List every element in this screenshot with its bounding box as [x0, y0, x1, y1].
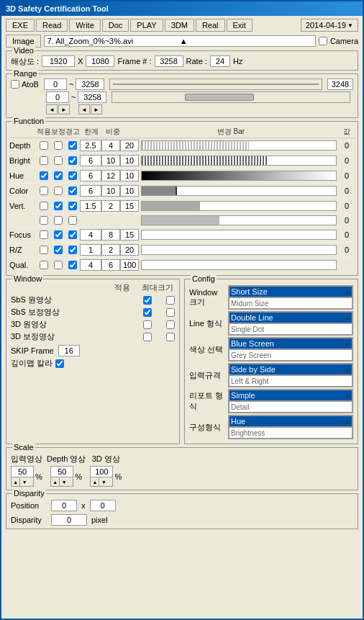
range-from2[interactable]: 0	[46, 91, 69, 103]
depth-val2[interactable]	[101, 140, 120, 151]
scale-input-down[interactable]: ▼	[20, 477, 29, 486]
focus-check2[interactable]	[54, 230, 63, 239]
focus-check3[interactable]	[68, 230, 77, 239]
bright-check2[interactable]	[54, 156, 63, 165]
hue-val3[interactable]	[120, 170, 139, 181]
nav-right-arrow2[interactable]: ►	[91, 104, 102, 114]
config-input-select[interactable]: Side by Side ▲ Left & Right	[228, 363, 353, 387]
win-3d1-check1[interactable]	[143, 320, 152, 329]
range-to2[interactable]: 3258	[78, 91, 106, 103]
win-sbs1-check2[interactable]	[166, 296, 175, 305]
config-struct-select[interactable]: Hue ▲ Brightness	[228, 415, 353, 439]
color-val1[interactable]	[80, 185, 101, 197]
config-report-active[interactable]: Simple ▲	[229, 390, 352, 401]
vert-bar1[interactable]	[141, 201, 337, 211]
hue-check1[interactable]	[40, 171, 48, 180]
vert2-check1[interactable]	[40, 216, 48, 225]
rz-check2[interactable]	[54, 246, 63, 254]
vert-val1[interactable]	[80, 200, 101, 212]
height-input[interactable]: 1080	[86, 55, 114, 67]
win-3d2-check1[interactable]	[143, 333, 152, 341]
color-check3[interactable]	[68, 187, 77, 195]
scale-depth-spinner[interactable]: 50 ▲ ▼	[50, 466, 73, 487]
color-check2[interactable]	[54, 187, 63, 195]
win-sbs2-check1[interactable]	[143, 308, 152, 317]
vert-bar2[interactable]	[141, 215, 337, 225]
bright-val2[interactable]	[101, 155, 120, 166]
config-window-inactive[interactable]: Midum Size	[229, 297, 352, 309]
play-button[interactable]: PLAY	[130, 19, 163, 32]
date-button[interactable]: 2014-04-19 ▼	[301, 19, 358, 32]
write-button[interactable]: Write	[69, 19, 100, 32]
config-line-inactive[interactable]: Single Dot	[229, 323, 352, 335]
depth-bar[interactable]	[141, 140, 337, 150]
config-window-select[interactable]: Short Size ▲ Midum Size	[228, 285, 353, 310]
qual-check1[interactable]	[40, 261, 48, 269]
skip-input[interactable]: 16	[58, 345, 80, 356]
nav-left-arrow2[interactable]: ◄	[78, 104, 90, 114]
doc-button[interactable]: Doc	[102, 19, 129, 32]
position-y-input[interactable]: 0	[90, 500, 116, 511]
frame-input[interactable]: 3258	[155, 55, 183, 67]
exit-button[interactable]: Exit	[227, 19, 252, 32]
bright-bar[interactable]	[141, 156, 337, 166]
vert-val2[interactable]	[101, 200, 120, 212]
config-window-active[interactable]: Short Size ▲	[229, 286, 352, 297]
hue-bar[interactable]	[141, 171, 337, 181]
scale-3d-spinner[interactable]: 100 ▲ ▼	[90, 466, 113, 487]
range-end[interactable]: 3248	[327, 78, 353, 90]
scale-input-up[interactable]: ▲	[12, 477, 20, 486]
win-3d2-check2[interactable]	[166, 333, 175, 341]
real-button[interactable]: Real	[196, 19, 225, 32]
range-from1[interactable]: 0	[44, 78, 67, 90]
config-struct-active[interactable]: Hue ▲	[229, 415, 352, 427]
nav-left-arrow[interactable]: ◄	[46, 104, 58, 114]
scale-3d-up[interactable]: ▲	[91, 477, 99, 486]
depth-check2[interactable]	[54, 141, 63, 150]
range-slider-1[interactable]	[109, 78, 322, 90]
config-line-select[interactable]: Double Line ▲ Single Dot	[228, 311, 353, 336]
range-to1[interactable]: 3258	[76, 78, 104, 90]
vert-check2[interactable]	[54, 202, 63, 210]
file-select[interactable]: 7. All_Zoom_0%~3%.avi ▲	[44, 35, 316, 47]
nav-right-arrow1[interactable]: ►	[58, 104, 70, 114]
rz-val1[interactable]	[80, 244, 101, 256]
config-report-inactive[interactable]: Detail	[229, 401, 352, 413]
qual-val1[interactable]	[80, 259, 101, 271]
config-color-select[interactable]: Blue Screen ▲ Grey Screen	[228, 337, 353, 361]
bright-check3[interactable]	[68, 156, 77, 165]
depth-check1[interactable]	[40, 141, 48, 150]
hue-val2[interactable]	[101, 170, 120, 181]
qual-val3[interactable]	[120, 259, 139, 271]
config-color-active[interactable]: Blue Screen ▲	[229, 338, 352, 349]
camera-checkbox[interactable]	[319, 37, 327, 45]
read-button[interactable]: Read	[36, 19, 68, 32]
vert-check1[interactable]	[40, 202, 48, 210]
bright-val1[interactable]	[80, 155, 101, 166]
config-color-inactive[interactable]: Grey Screen	[229, 349, 352, 361]
range-slider-2[interactable]	[112, 91, 350, 103]
vert-val3[interactable]	[120, 200, 139, 212]
hue-val1[interactable]	[80, 170, 101, 181]
depth-map-checkbox[interactable]	[55, 359, 64, 368]
config-input-active[interactable]: Side by Side ▲	[229, 364, 352, 375]
focus-val3[interactable]	[120, 229, 139, 241]
config-struct-inactive[interactable]: Brightness	[229, 427, 352, 439]
config-report-select[interactable]: Simple ▲ Detail	[228, 389, 353, 413]
focus-check1[interactable]	[40, 230, 48, 239]
rate-input[interactable]: 24	[210, 55, 230, 67]
color-bar[interactable]	[141, 186, 337, 196]
rz-val2[interactable]	[101, 244, 120, 256]
rz-check3[interactable]	[68, 246, 77, 254]
hue-check2[interactable]	[54, 171, 63, 180]
scale-3d-down[interactable]: ▼	[99, 477, 108, 486]
scale-depth-up[interactable]: ▲	[51, 477, 60, 486]
color-check1[interactable]	[40, 187, 48, 195]
qual-check2[interactable]	[54, 261, 63, 269]
hue-check3[interactable]	[68, 171, 77, 180]
width-input[interactable]: 1920	[42, 55, 75, 67]
vert2-check3[interactable]	[68, 216, 77, 225]
position-x-input[interactable]: 0	[51, 500, 77, 511]
win-3d1-check2[interactable]	[166, 320, 175, 329]
exe-button[interactable]: EXE	[6, 19, 35, 32]
